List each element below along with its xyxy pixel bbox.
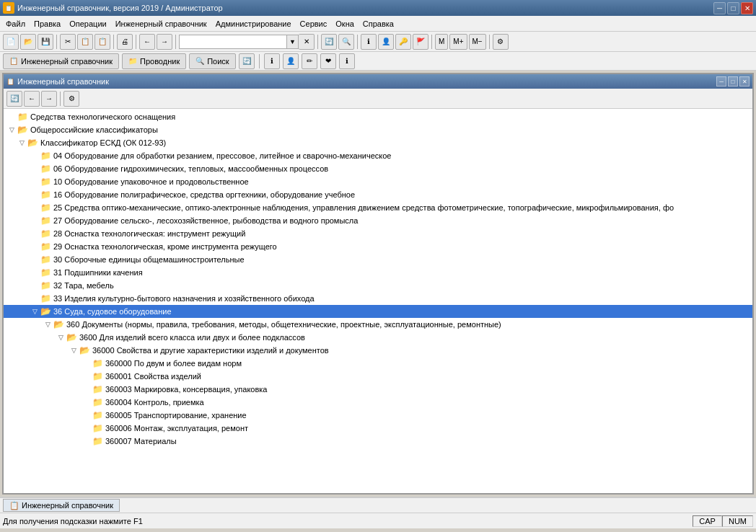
inner-settings-btn[interactable]: ⚙ — [63, 91, 79, 107]
tab-search[interactable]: 🔍 Поиск — [189, 53, 235, 69]
toolbar2-extra[interactable]: ℹ — [339, 53, 355, 69]
expander-10 — [30, 229, 40, 239]
expander-13 — [30, 267, 40, 278]
tree-item-26[interactable]: 📁 360007 Материалы — [4, 435, 752, 448]
num-indicator: NUM — [722, 515, 753, 527]
menu-file[interactable]: Файл — [1, 18, 30, 30]
tree-item-21[interactable]: 📁 360001 Свойства изделий — [4, 370, 752, 383]
open-btn[interactable]: 📂 — [20, 34, 36, 50]
user-btn[interactable]: 👤 — [378, 34, 394, 50]
inner-forward-btn[interactable]: → — [41, 91, 57, 107]
menu-admin[interactable]: Администрирование — [211, 18, 296, 30]
tree-item-17[interactable]: ▽ 📂 360 Документы (нормы, правила, требо… — [4, 318, 752, 331]
save-btn[interactable]: 💾 — [38, 34, 53, 50]
tree-item-6[interactable]: 📁 10 Оборудование упаковочное и продовол… — [4, 175, 752, 188]
print-btn[interactable]: 🖨 — [117, 34, 133, 50]
forward-btn[interactable]: → — [157, 34, 172, 50]
tree-label-8: 25 Средства оптико-механические, оптико-… — [53, 203, 674, 212]
tree-item-18[interactable]: ▽ 📂 3600 Для изделий всего класса или дв… — [4, 331, 752, 344]
tree-item-8[interactable]: 📁 25 Средства оптико-механические, оптик… — [4, 201, 752, 214]
folder-icon-3: 📂 — [27, 138, 38, 148]
toolbar2-info[interactable]: ℹ — [264, 53, 280, 69]
inner-maximize[interactable]: □ — [728, 76, 738, 87]
menu-help[interactable]: Справка — [359, 18, 398, 30]
settings-btn[interactable]: ⚙ — [493, 34, 509, 50]
inner-refresh-btn[interactable]: 🔄 — [6, 91, 22, 107]
tree-label-3: Классификатор ЕСКД (ОК 012-93) — [40, 138, 166, 147]
folder-icon-11: 📁 — [40, 241, 51, 252]
m-btn[interactable]: M — [435, 34, 448, 50]
menu-edit[interactable]: Правка — [30, 18, 65, 30]
sep4 — [175, 35, 176, 49]
tree-item-7[interactable]: 📁 16 Оборудование полиграфическое, средс… — [4, 188, 752, 201]
copy-btn[interactable]: 📋 — [77, 34, 93, 50]
tree-item-3[interactable]: ▽ 📂 Классификатор ЕСКД (ОК 012-93) — [4, 136, 752, 149]
minimize-button[interactable]: ─ — [713, 2, 726, 14]
toolbar2-refresh[interactable]: 🔄 — [239, 53, 255, 69]
back-btn[interactable]: ← — [139, 34, 155, 50]
tab-explorer[interactable]: 📁 Проводник — [122, 53, 186, 69]
key-btn[interactable]: 🔑 — [395, 34, 411, 50]
mminus-btn[interactable]: M− — [469, 34, 486, 50]
tree-item-4[interactable]: 📁 04 Оборудование для обработки резанием… — [4, 149, 752, 162]
find-btn[interactable]: 🔍 — [338, 34, 354, 50]
search-input[interactable] — [179, 35, 287, 49]
search-clear-btn[interactable]: ✕ — [299, 34, 315, 50]
menu-handbook[interactable]: Инженерный справочник — [111, 18, 211, 30]
tree-container[interactable]: 📁 Средства технологического оснащения ▽ … — [4, 109, 752, 493]
close-button[interactable]: ✕ — [741, 2, 753, 14]
cut-btn[interactable]: ✂ — [60, 34, 76, 50]
new-btn[interactable]: 📄 — [3, 34, 19, 50]
tab-handbook[interactable]: 📋 Инженерный справочник — [3, 53, 119, 69]
tree-item-10[interactable]: 📁 28 Оснастка технологическая: инструмен… — [4, 227, 752, 240]
inner-minimize[interactable]: ─ — [716, 76, 726, 87]
tree-label-13: 31 Подшипники качения — [53, 268, 143, 277]
folder-icon-13: 📁 — [40, 267, 51, 278]
tree-item-11[interactable]: 📁 29 Оснастка технологическая, кроме инс… — [4, 240, 752, 253]
tree-item-25[interactable]: 📁 360006 Монтаж, эксплуатация, ремонт — [4, 422, 752, 435]
maximize-button[interactable]: □ — [727, 2, 739, 14]
bottom-tab-handbook[interactable]: 📋 Инженерный справочник — [3, 499, 120, 512]
sep5 — [317, 35, 318, 49]
tab-explorer-label: Проводник — [140, 57, 180, 66]
tree-item-12[interactable]: 📁 30 Сборочные единицы общемашиностроите… — [4, 253, 752, 266]
title-bar-buttons: ─ □ ✕ — [713, 2, 753, 14]
expander-23 — [82, 397, 92, 407]
tree-label-17: 360 Документы (нормы, правила, требовани… — [66, 320, 501, 329]
toolbar2-user[interactable]: 👤 — [283, 53, 299, 69]
tree-item-23[interactable]: 📁 360004 Контроль, приемка — [4, 396, 752, 409]
tree-item-22[interactable]: 📁 360003 Маркировка, консервация, упаков… — [4, 383, 752, 396]
tree-item-15[interactable]: 📁 33 Изделия культурно-бытового назначен… — [4, 292, 752, 305]
folder-icon-17: 📂 — [53, 319, 64, 329]
tree-item-2[interactable]: ▽ 📂 Общероссийские классификаторы — [4, 123, 752, 136]
tree-item-9[interactable]: 📁 27 Оборудование сельско-, лесохозяйств… — [4, 214, 752, 227]
expander-12 — [30, 254, 40, 265]
inner-title-text: Инженерный справочник — [17, 77, 716, 86]
search-dropdown-btn[interactable]: ▼ — [287, 35, 299, 49]
refresh-btn[interactable]: 🔄 — [321, 34, 337, 50]
inner-back-btn[interactable]: ← — [24, 91, 40, 107]
menu-service[interactable]: Сервис — [296, 18, 332, 30]
tree-item-20[interactable]: 📁 360000 По двум и более видам норм — [4, 357, 752, 370]
menu-windows[interactable]: Окна — [331, 18, 359, 30]
tree-label-18: 3600 Для изделий всего класса или двух и… — [79, 333, 305, 342]
tree-item-14[interactable]: 📁 32 Тара, мебель — [4, 279, 752, 292]
tree-item-1[interactable]: 📁 Средства технологического оснащения — [4, 110, 752, 123]
toolbar2-edit[interactable]: ✏ — [302, 53, 317, 69]
folder-icon-6: 📁 — [40, 177, 51, 187]
menu-operations[interactable]: Операции — [65, 18, 110, 30]
info-btn[interactable]: ℹ — [361, 34, 377, 50]
inner-close[interactable]: ✕ — [739, 76, 750, 87]
paste-btn[interactable]: 📋 — [94, 34, 110, 50]
mplus-btn[interactable]: M+ — [449, 34, 467, 50]
toolbar2-heart[interactable]: ❤ — [320, 53, 336, 69]
tree-item-16[interactable]: ▽ 📂 36 Суда, судовое оборудование — [4, 305, 752, 318]
tree-item-13[interactable]: 📁 31 Подшипники качения — [4, 266, 752, 279]
tree-item-24[interactable]: 📁 360005 Транспортирование, хранение — [4, 409, 752, 422]
expander-24 — [82, 410, 92, 420]
tree-item-19[interactable]: ▽ 📂 36000 Свойства и другие характеристи… — [4, 344, 752, 357]
tree-item-5[interactable]: 📁 06 Оборудование гидрохимических, тепло… — [4, 162, 752, 175]
flag-btn[interactable]: 🚩 — [413, 34, 428, 50]
sep8 — [489, 35, 490, 49]
folder-icon-2: 📂 — [17, 125, 28, 135]
